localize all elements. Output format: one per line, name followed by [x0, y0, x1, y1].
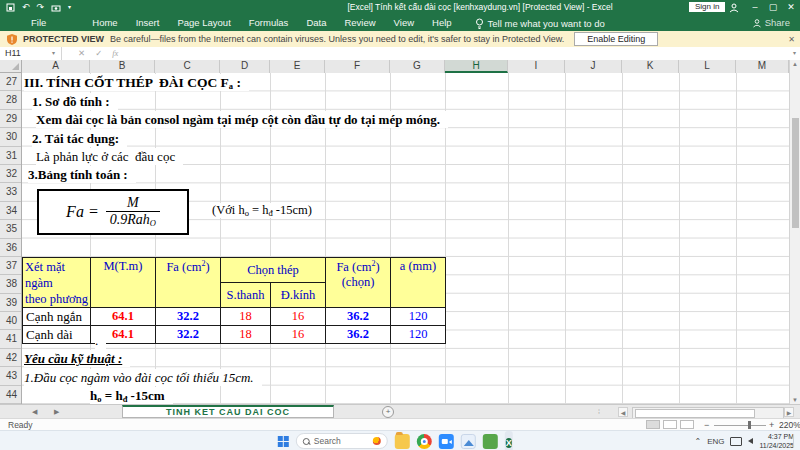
tab-data[interactable]: Data	[297, 15, 335, 31]
save-icon[interactable]	[6, 3, 15, 12]
hscroll-left-icon[interactable]: ◀	[618, 407, 628, 417]
cell-a28[interactable]: 1. Sơ đồ tính :	[32, 93, 118, 110]
th-chon-thep[interactable]: Chọn thép	[221, 258, 326, 283]
cell-s-0[interactable]: 18	[221, 308, 271, 326]
row-header-35[interactable]: 35	[0, 220, 21, 238]
tab-insert[interactable]: Insert	[127, 15, 169, 31]
tab-file[interactable]: File	[22, 15, 55, 31]
formula-bar-expand-icon[interactable]: ▾	[793, 47, 796, 60]
minimize-icon[interactable]: –	[746, 0, 764, 15]
qat-customize-caret-icon[interactable]: ▾	[68, 1, 71, 14]
cell-a32[interactable]: 3.Bảng tính toán :	[28, 166, 136, 183]
share-button[interactable]: Share	[753, 15, 790, 31]
th-s-thanh[interactable]: S.thanh	[221, 283, 271, 308]
formula-image[interactable]: Fa = M 0.9RahO	[37, 189, 189, 235]
speaker-icon[interactable]	[748, 438, 753, 444]
cell-fa-1[interactable]: 32.2	[156, 326, 221, 344]
cell-fac-0[interactable]: 36.2	[326, 308, 391, 326]
maximize-icon[interactable]: ▢	[764, 0, 782, 15]
cell-m-0[interactable]: 64.1	[91, 308, 156, 326]
cell-a29[interactable]: Xem đài cọc là bản consol ngàm tại mép c…	[36, 111, 448, 128]
display-icon[interactable]	[730, 437, 742, 446]
scroll-up-icon[interactable]: ▲	[790, 61, 800, 67]
name-box-caret-icon[interactable]: ▾	[52, 47, 55, 60]
row-header-34[interactable]: 34	[0, 202, 21, 220]
column-header-h[interactable]: H	[445, 60, 508, 73]
folder-icon[interactable]	[395, 434, 410, 449]
view-normal-button[interactable]	[646, 420, 660, 429]
chevron-up-icon[interactable]: ⌃	[694, 437, 701, 446]
redo-icon[interactable]: ↷	[37, 1, 45, 14]
screenshot-icon[interactable]	[51, 4, 61, 12]
clock[interactable]: 4:37 PM 11/24/2025	[759, 432, 794, 450]
row-header-31[interactable]: 31	[0, 147, 21, 165]
row-header-37[interactable]: 37	[0, 257, 21, 275]
column-header-i[interactable]: I	[508, 60, 565, 73]
cell-fac-1[interactable]: 36.2	[326, 326, 391, 344]
th-m[interactable]: M(T.m)	[91, 258, 156, 308]
row-header-29[interactable]: 29	[0, 110, 21, 128]
excel-taskbar-button[interactable]: X	[505, 431, 513, 450]
sign-in-button[interactable]: Sign in	[689, 2, 725, 12]
account-person-icon[interactable]	[729, 3, 739, 13]
cell-a30[interactable]: 2. Tải tác dụng:	[32, 130, 127, 147]
view-page-break-button[interactable]	[680, 420, 694, 429]
cell-a27-title[interactable]: III. TÍNH CỐT THÉP ĐÀI CỌC Fa :	[24, 74, 249, 91]
tab-formulas[interactable]: Formulas	[240, 15, 298, 31]
formula-input[interactable]	[130, 47, 780, 60]
cell-canh-dai[interactable]: Cạnh dài	[23, 326, 91, 344]
column-header-m[interactable]: M	[736, 60, 789, 73]
cell-a43[interactable]: 1.Đầu cọc ngàm vào đài cọc tối thiểu 15c…	[24, 369, 262, 386]
column-header-k[interactable]: K	[622, 60, 679, 73]
column-header-e[interactable]: E	[270, 60, 325, 73]
row-header-28[interactable]: 28	[0, 91, 21, 109]
cell-s-1[interactable]: 18	[221, 326, 271, 344]
tab-view[interactable]: View	[385, 15, 423, 31]
tab-scroll-divider[interactable]: ⁞	[598, 405, 600, 418]
column-header-l[interactable]: L	[679, 60, 736, 73]
cancel-icon[interactable]: ✕	[78, 47, 85, 60]
row-header-33[interactable]: 33	[0, 183, 21, 201]
select-all-corner[interactable]	[0, 60, 22, 73]
sheet-nav-right-icon[interactable]: ▶	[54, 405, 59, 418]
column-header-c[interactable]: C	[155, 60, 220, 73]
vertical-scrollbar[interactable]: ▲ ▼	[789, 60, 800, 404]
row-header-39[interactable]: 39	[0, 294, 21, 312]
column-header-a[interactable]: A	[22, 60, 90, 73]
column-header-j[interactable]: J	[565, 60, 622, 73]
row-header-30[interactable]: 30	[0, 128, 21, 146]
enable-editing-button[interactable]: Enable Editing	[574, 32, 658, 46]
th-d-kinh[interactable]: Đ.kính	[271, 283, 326, 308]
th-xet-mat-ngam[interactable]: Xét mặt ngàmtheo phương	[23, 258, 91, 308]
horizontal-scroll-thumb[interactable]	[635, 409, 755, 418]
tab-review[interactable]: Review	[335, 15, 384, 31]
row-header-27[interactable]: 27	[0, 73, 21, 91]
close-icon[interactable]: ✕	[782, 0, 800, 15]
column-header-d[interactable]: D	[220, 60, 270, 73]
scroll-down-icon[interactable]: ▼	[790, 397, 800, 403]
row-header-41[interactable]: 41	[0, 330, 21, 348]
row-header-36[interactable]: 36	[0, 239, 21, 257]
cell-b41[interactable]: .	[95, 332, 106, 349]
language-indicator[interactable]: ENG	[707, 437, 724, 446]
cell-b44[interactable]: ho = hđ -15cm	[90, 387, 173, 404]
row-header-38[interactable]: 38	[0, 275, 21, 293]
row-header-42[interactable]: 42	[0, 349, 21, 367]
undo-icon[interactable]: ↶	[22, 1, 30, 14]
cell-a-0[interactable]: 120	[391, 308, 446, 326]
row-header-44[interactable]: 44	[0, 386, 21, 404]
cell-a31[interactable]: Là phản lực ở các đầu cọc	[36, 148, 183, 165]
zoom-level[interactable]: 220%	[779, 420, 800, 430]
tab-home[interactable]: Home	[83, 15, 126, 31]
hscroll-right-icon[interactable]: ▶	[784, 407, 794, 417]
zoom-slider[interactable]	[714, 425, 766, 426]
new-sheet-icon[interactable]: +	[382, 406, 394, 418]
th-a-mm[interactable]: a (mm)	[391, 258, 446, 308]
zoom-slider-thumb[interactable]	[748, 421, 751, 429]
th-fa[interactable]: Fa (cm2)	[156, 258, 221, 308]
row-header-32[interactable]: 32	[0, 165, 21, 183]
column-header-b[interactable]: B	[90, 60, 155, 73]
row-header-43[interactable]: 43	[0, 367, 21, 385]
chrome-icon[interactable]	[417, 434, 432, 449]
cell-fa-0[interactable]: 32.2	[156, 308, 221, 326]
